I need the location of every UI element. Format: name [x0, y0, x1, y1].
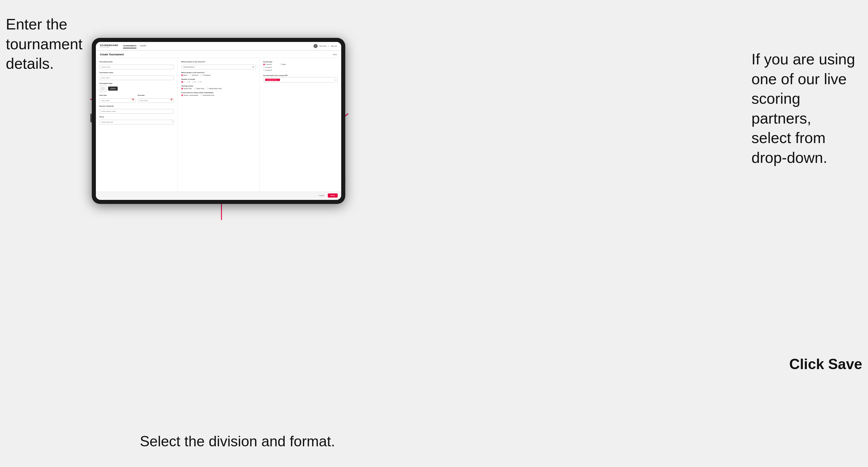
rounds-3[interactable]: 3	[192, 81, 195, 83]
format-5count4[interactable]: 5 count 4	[263, 63, 272, 65]
start-date-input[interactable]	[99, 98, 135, 103]
nav-brand: SCOREBOARD Powered by clippit	[100, 44, 118, 48]
scoring-match[interactable]: Match Play	[194, 88, 204, 89]
gender-group: Which gender is the event for? Mens Wome…	[181, 72, 256, 76]
live-scoring-value: Leaderboard King	[266, 79, 277, 81]
annotation-enter-text: Enter the tournament details.	[6, 16, 83, 72]
live-scoring-chevron: ▾	[335, 79, 336, 81]
end-date-group: End date 📅	[138, 94, 174, 103]
annotation-division-text: Select the division and format.	[140, 433, 335, 449]
live-scoring-input[interactable]: Leaderboard King ✕ ▾	[263, 77, 338, 83]
event-type-radio-group: Teams (+Individuals) Individuals Only	[181, 94, 256, 96]
logo-placeholder	[99, 85, 106, 92]
sponsor-input[interactable]	[99, 109, 174, 114]
back-button[interactable]: ‹ Back	[332, 54, 337, 55]
tablet-frame: SCOREBOARD Powered by clippit TOURNAMENT…	[92, 38, 345, 204]
nav-right: T Test User | Sign out	[313, 44, 337, 48]
form-col-2: Which division is the event for? NCAA Di…	[178, 58, 259, 192]
scoring-stroke[interactable]: Stroke Play	[181, 88, 192, 89]
name-label: Tournament name	[99, 72, 174, 73]
host-label: Tournament Host	[99, 61, 174, 63]
tournament-name-group: Tournament name	[99, 72, 174, 80]
live-scoring-remove[interactable]: ✕	[278, 79, 279, 81]
format-6count4[interactable]: 6 count 4	[263, 66, 338, 68]
cancel-button[interactable]: Cancel	[317, 193, 326, 197]
gender-label: Which gender is the event for?	[181, 72, 256, 73]
sponsor-group: Sponsor (optional)	[99, 105, 174, 114]
event-individuals-radio[interactable]	[201, 94, 203, 96]
rounds-3-radio[interactable]	[192, 81, 194, 83]
format-options: 5 count 4 Other 6 count 4	[263, 63, 338, 71]
upload-button[interactable]: Upload	[108, 87, 118, 91]
format-6count4-radio[interactable]	[263, 66, 265, 68]
gender-combined[interactable]: Combined	[201, 74, 210, 76]
annotation-live-text: If you are using one of our live scoring…	[751, 51, 855, 166]
rounds-group: Number of rounds 1 2	[181, 79, 256, 83]
page-title: Create Tournament	[100, 53, 124, 56]
gender-womens-radio[interactable]	[190, 74, 191, 76]
scoring-medal[interactable]: Medal Match Play	[207, 88, 222, 89]
format-6count5[interactable]: 6 count 5	[263, 69, 338, 71]
gender-mens-radio[interactable]	[181, 74, 183, 76]
tablet-screen: SCOREBOARD Powered by clippit TOURNAMENT…	[96, 42, 341, 200]
form-footer: Cancel Save	[96, 192, 341, 199]
annotation-save-bold: Save	[828, 356, 862, 372]
rounds-2-radio[interactable]	[187, 81, 188, 83]
event-type-label: Is this event for Teams and/or Individua…	[181, 92, 256, 94]
division-label: Which division is the event for?	[181, 61, 256, 63]
form-container: Tournament Host Tournament name Tourname…	[96, 58, 341, 192]
form-col-1: Tournament Host Tournament name Tourname…	[96, 58, 178, 192]
rounds-2[interactable]: 2	[187, 81, 190, 83]
calendar-icon-end: 📅	[170, 99, 173, 101]
scoring-match-radio[interactable]	[194, 88, 196, 89]
gender-womens[interactable]: Womens	[190, 74, 198, 76]
gender-combined-radio[interactable]	[201, 74, 203, 76]
format-type-label: Format type	[263, 61, 338, 63]
end-date-wrap: 📅	[138, 97, 174, 103]
rounds-1[interactable]: 1	[181, 81, 184, 83]
live-scoring-label: Use third-party live scoring API?	[263, 74, 338, 76]
format-6count5-radio[interactable]	[263, 69, 265, 71]
start-date-group: Start date 📅	[99, 94, 135, 103]
format-5count4-radio[interactable]	[263, 63, 265, 65]
annotation-select-division: Select the division and format.	[140, 432, 335, 451]
rounds-label: Number of rounds	[181, 79, 256, 80]
logo-area: Upload	[99, 85, 174, 92]
scoring-group: Scoring system Stroke Play Match Play	[181, 85, 256, 89]
event-teams[interactable]: Teams (+Individuals)	[181, 94, 198, 96]
event-individuals[interactable]: Individuals Only	[201, 94, 214, 96]
rounds-radio-group: 1 2 3 4	[181, 81, 256, 83]
start-date-wrap: 📅	[99, 97, 135, 103]
nav-signout[interactable]: Sign out	[331, 45, 337, 47]
scoring-stroke-radio[interactable]	[181, 88, 183, 89]
nav-links: TOURNAMENTS TEAMS	[123, 44, 309, 49]
nav-avatar: T	[313, 44, 318, 48]
svg-point-1	[102, 88, 103, 89]
search-golf-club-input[interactable]	[99, 120, 174, 124]
format-other[interactable]: Other	[280, 63, 286, 65]
nav-link-teams[interactable]: TEAMS	[140, 44, 146, 49]
tournament-logo-group: Tournament logo Upload	[99, 83, 174, 92]
rounds-4-radio[interactable]	[198, 81, 199, 83]
logo-label: Tournament logo	[99, 83, 174, 84]
live-scoring-group: Use third-party live scoring API? Leader…	[263, 74, 338, 83]
navbar: SCOREBOARD Powered by clippit TOURNAMENT…	[96, 42, 341, 51]
search-team-input[interactable]	[99, 65, 174, 69]
date-group: Start date 📅 End date 📅	[99, 94, 174, 103]
scoring-medal-radio[interactable]	[207, 88, 208, 89]
rounds-4[interactable]: 4	[198, 81, 201, 83]
end-date-label: End date	[138, 94, 174, 96]
gender-mens[interactable]: Mens	[181, 74, 187, 76]
venue-label: Venue	[99, 116, 174, 118]
tournament-name-input[interactable]	[99, 75, 174, 80]
division-select[interactable]: NCAA Division I	[181, 65, 256, 69]
save-button[interactable]: Save	[328, 193, 338, 197]
venue-group: Venue ▾	[99, 116, 174, 124]
event-teams-radio[interactable]	[181, 94, 183, 96]
end-date-input[interactable]	[138, 98, 174, 103]
rounds-1-radio[interactable]	[181, 81, 183, 83]
nav-separator: |	[329, 45, 329, 47]
format-other-radio[interactable]	[280, 63, 281, 65]
nav-link-tournaments[interactable]: TOURNAMENTS	[123, 44, 137, 49]
scoring-label: Scoring system	[181, 85, 256, 87]
